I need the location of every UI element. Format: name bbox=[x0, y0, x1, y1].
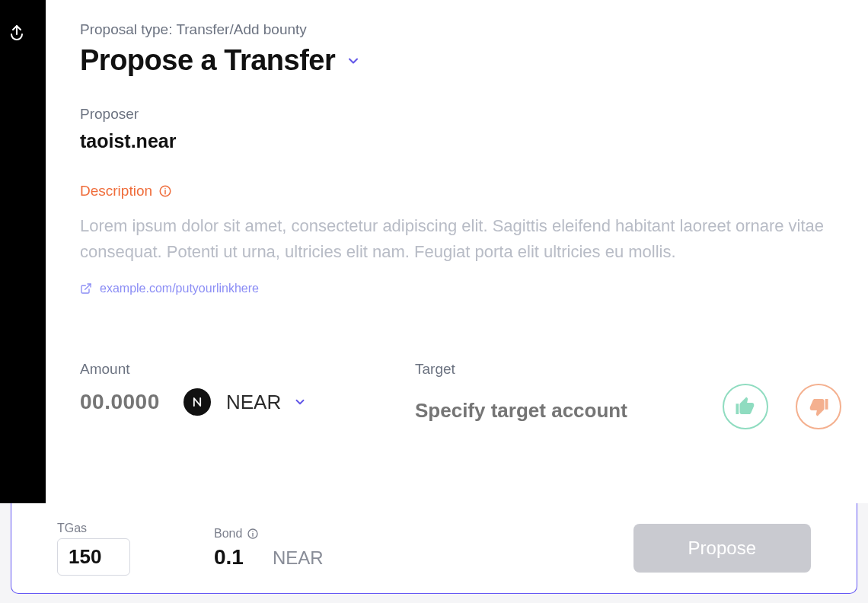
page-title: Propose a Transfer bbox=[80, 44, 335, 77]
tgas-input[interactable] bbox=[57, 538, 130, 576]
svg-point-6 bbox=[253, 531, 254, 531]
chevron-down-icon[interactable] bbox=[346, 53, 361, 69]
left-strip bbox=[0, 0, 46, 503]
svg-point-2 bbox=[164, 188, 166, 190]
footer-card: TGas Bond 0.1 NEAR Propose bbox=[11, 503, 857, 594]
info-icon[interactable] bbox=[158, 184, 172, 198]
info-icon[interactable] bbox=[247, 528, 259, 540]
token-select-chevron-icon[interactable] bbox=[293, 395, 307, 409]
thumb-down-icon bbox=[807, 395, 830, 418]
external-link[interactable]: example.com/putyourlinkhere bbox=[80, 282, 834, 295]
bond-label: Bond bbox=[214, 527, 242, 541]
amount-token-label: NEAR bbox=[226, 391, 281, 414]
title-row: Propose a Transfer bbox=[80, 44, 834, 77]
amount-input[interactable] bbox=[80, 390, 171, 414]
description-label: Description bbox=[80, 183, 834, 199]
proposer-value: taoist.near bbox=[80, 130, 834, 152]
description-text: Lorem ipsum dolor sit amet, consectetur … bbox=[80, 213, 826, 265]
main-panel: Proposal type: Transfer/Add bounty Propo… bbox=[46, 0, 868, 503]
upload-icon[interactable] bbox=[8, 23, 26, 41]
external-link-icon bbox=[80, 282, 92, 295]
external-link-text: example.com/putyourlinkhere bbox=[100, 282, 259, 295]
thumb-up-icon bbox=[734, 395, 757, 418]
bond-value: 0.1 bbox=[214, 545, 244, 570]
near-token-icon bbox=[183, 388, 211, 416]
target-label: Target bbox=[415, 361, 834, 378]
tgas-label: TGas bbox=[57, 522, 130, 535]
bond-unit: NEAR bbox=[273, 547, 324, 569]
propose-button[interactable]: Propose bbox=[633, 524, 811, 573]
proposer-label: Proposer bbox=[80, 106, 834, 123]
amount-label: Amount bbox=[80, 361, 369, 378]
svg-line-3 bbox=[85, 284, 91, 289]
description-label-text: Description bbox=[80, 183, 152, 199]
vote-up-button[interactable] bbox=[723, 384, 768, 429]
vote-down-button[interactable] bbox=[796, 384, 841, 429]
proposal-type-label: Proposal type: Transfer/Add bounty bbox=[80, 21, 834, 38]
